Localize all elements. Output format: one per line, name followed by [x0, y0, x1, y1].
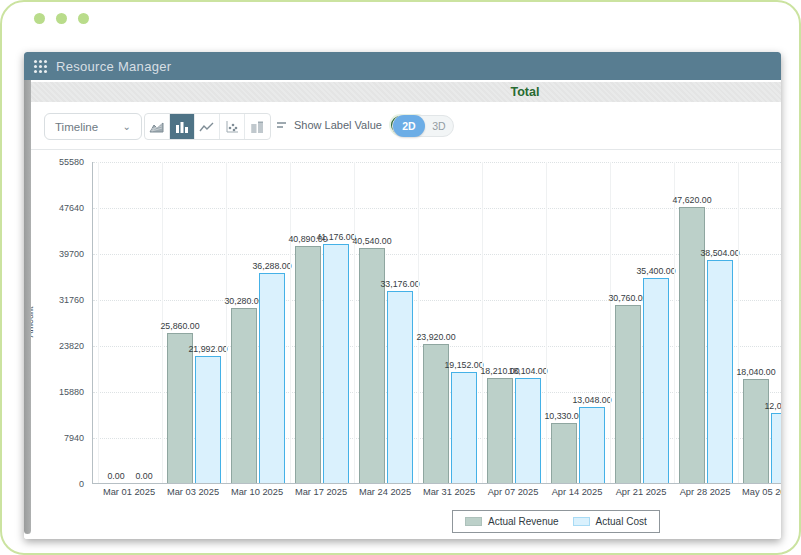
vertical-gridline [354, 162, 355, 483]
vertical-scrollbar[interactable] [24, 80, 31, 534]
line-chart-icon[interactable] [195, 114, 220, 139]
vertical-gridline [98, 162, 99, 483]
window-header: Resource Manager [24, 52, 781, 80]
cost-bar-apr-07-2025 [515, 378, 541, 483]
legend-label: Actual Cost [596, 516, 647, 527]
bar-value-label: 12,080.00 [764, 401, 781, 411]
bar-value-label: 13,048.00 [572, 395, 611, 405]
column-pattern-chart-icon[interactable] [245, 114, 270, 139]
bar-value-label: 23,920.00 [416, 332, 455, 342]
cost-bar-apr-14-2025 [579, 407, 605, 483]
cost-bar-apr-28-2025 [707, 260, 733, 483]
vertical-gridline [482, 162, 483, 483]
cost-bar-mar-10-2025 [259, 273, 285, 483]
total-header-bar: Total [24, 82, 781, 102]
legend-swatch [465, 517, 482, 526]
bar-value-label: 0.00 [107, 471, 124, 481]
chevron-down-icon: ⌄ [123, 121, 131, 132]
area-chart-icon[interactable] [145, 114, 170, 139]
x-axis-label: Mar 01 2025 [103, 487, 155, 497]
bar-value-label: 0.00 [135, 471, 152, 481]
page-frame: Resource Manager Total Timeline ⌄ [0, 0, 801, 555]
cost-bar-mar-24-2025 [387, 291, 413, 483]
bar-chart: Amount 079401588023820317603970047640555… [24, 150, 781, 539]
bar-value-label: 47,620.00 [672, 195, 711, 205]
bar-value-label: 18,040.00 [736, 367, 775, 377]
x-axis-label: Mar 24 2025 [359, 487, 411, 497]
revenue-bar-apr-21-2025 [615, 305, 641, 483]
x-axis-label: Mar 17 2025 [295, 487, 347, 497]
cost-bar-apr-21-2025 [643, 278, 669, 483]
x-axis-label: Mar 31 2025 [423, 487, 475, 497]
bar-value-label: 10,330.00 [544, 411, 583, 421]
horizontal-gridline [93, 162, 781, 163]
bar-value-label: 40,540.00 [352, 236, 391, 246]
bar-value-label: 30,280.00 [224, 296, 263, 306]
bar-value-label: 38,504.00 [700, 248, 739, 258]
legend-item: Actual Revenue [465, 516, 559, 527]
bar-value-label: 30,760.00 [608, 293, 647, 303]
bar-chart-icon[interactable] [170, 114, 195, 139]
cost-bar-mar-03-2025 [195, 356, 221, 483]
window-title: Resource Manager [56, 59, 171, 74]
timeline-dropdown[interactable]: Timeline ⌄ [44, 113, 142, 140]
filter-lines-icon [276, 121, 287, 129]
app-launcher-grid-icon[interactable] [34, 60, 47, 73]
x-axis-labels: Mar 01 2025Mar 03 2025Mar 10 2025Mar 17 … [92, 487, 781, 501]
y-tick-label: 47640 [59, 203, 84, 213]
chart-toolbar: Timeline ⌄ [24, 102, 781, 150]
vertical-gridline [546, 162, 547, 483]
option-3d[interactable]: 3D [425, 115, 453, 137]
show-label-value-label: Show Label Value [294, 119, 382, 131]
scatter-chart-icon[interactable] [220, 114, 245, 139]
bar-value-label: 21,992.00 [188, 344, 227, 354]
timeline-dropdown-value: Timeline [55, 121, 98, 133]
horizontal-gridline [93, 254, 781, 255]
x-axis-label: May 05 2025 [742, 487, 781, 497]
vertical-gridline [610, 162, 611, 483]
y-tick-label: 39700 [59, 249, 84, 259]
plot-area: 0.000.0025,860.0021,992.0030,280.0036,28… [92, 162, 781, 484]
y-tick-label: 31760 [59, 295, 84, 305]
cost-bar-mar-31-2025 [451, 372, 477, 483]
x-axis-label: Mar 03 2025 [167, 487, 219, 497]
chart-legend: Actual RevenueActual Cost [452, 510, 660, 533]
chart-type-selector [144, 113, 271, 140]
revenue-bar-apr-07-2025 [487, 378, 513, 483]
window-dots [34, 13, 89, 24]
option-2d[interactable]: 2D [393, 115, 425, 137]
bar-value-label: 35,400.00 [636, 266, 675, 276]
legend-label: Actual Revenue [488, 516, 559, 527]
resource-manager-window: Resource Manager Total Timeline ⌄ [24, 52, 781, 539]
y-tick-label: 23820 [59, 341, 84, 351]
x-axis-label: Apr 21 2025 [616, 487, 667, 497]
revenue-bar-apr-14-2025 [551, 423, 577, 483]
vertical-gridline [738, 162, 739, 483]
revenue-bar-mar-10-2025 [231, 308, 257, 483]
y-tick-label: 0 [79, 479, 84, 489]
revenue-bar-mar-03-2025 [167, 333, 193, 483]
window-dot [56, 13, 67, 24]
horizontal-gridline [93, 300, 781, 301]
vertical-gridline [674, 162, 675, 483]
legend-item: Actual Cost [573, 516, 647, 527]
x-axis-label: Apr 14 2025 [552, 487, 603, 497]
dimension-toggle: 2D 3D [392, 115, 454, 137]
bar-value-label: 18,104.00 [508, 366, 547, 376]
vertical-gridline [226, 162, 227, 483]
bar-value-label: 25,860.00 [160, 321, 199, 331]
total-column-label: Total [511, 85, 540, 99]
y-tick-label: 55580 [59, 157, 84, 167]
horizontal-gridline [93, 208, 781, 209]
legend-swatch [573, 517, 590, 526]
revenue-bar-may-05-2025 [743, 379, 769, 484]
window-dot [34, 13, 45, 24]
y-tick-label: 15880 [59, 387, 84, 397]
x-axis-label: Mar 10 2025 [231, 487, 283, 497]
cost-bar-may-05-2025 [771, 413, 781, 483]
bar-value-label: 19,152.00 [444, 360, 483, 370]
bar-value-label: 41,176.00 [316, 232, 355, 242]
y-axis-ticks: 07940158802382031760397004764055580 [54, 162, 88, 484]
vertical-gridline [418, 162, 419, 483]
x-axis-label: Apr 07 2025 [488, 487, 539, 497]
